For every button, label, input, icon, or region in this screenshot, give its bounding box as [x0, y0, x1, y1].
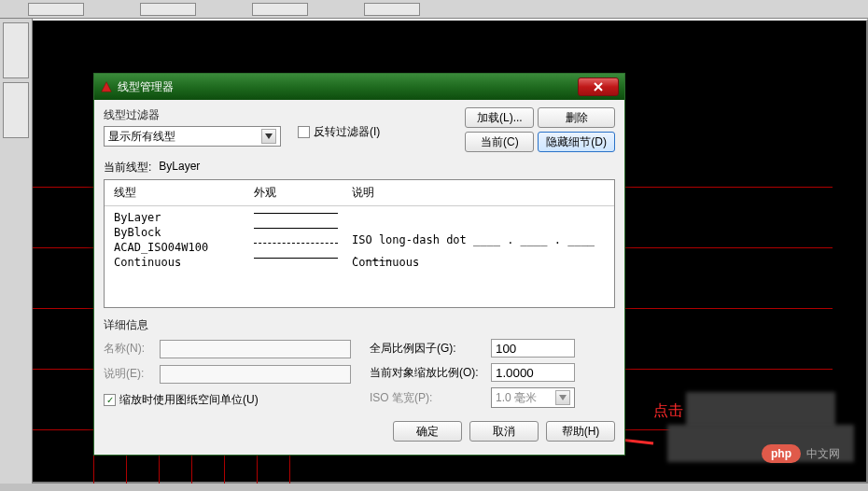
- details-group: 详细信息 名称(N): 说明(E): ✓ 缩放时使用图纸空间单位(U) 全局比例…: [104, 317, 615, 408]
- toolbar-segment: [28, 3, 84, 16]
- hide-detail-button[interactable]: 隐藏细节(D): [538, 132, 615, 152]
- delete-button[interactable]: 删除: [538, 107, 615, 128]
- annotation-text: 点击: [653, 401, 683, 421]
- left-tool-strip: [0, 19, 33, 484]
- dialog-body: 线型过滤器 显示所有线型 反转过滤器(I) 加载(L)... 删除 当前(C) …: [94, 100, 624, 455]
- iso-pen-label: ISO 笔宽(P):: [370, 390, 491, 406]
- list-rows: ByLayer ByBlock ACAD_ISO04W100 ISO long-…: [105, 206, 614, 274]
- toolbar-segment: [252, 3, 308, 16]
- desc-field[interactable]: [160, 365, 351, 384]
- appearance-preview: [254, 258, 338, 269]
- details-title: 详细信息: [104, 317, 615, 333]
- dropdown-text: 显示所有线型: [108, 129, 175, 145]
- filter-dropdown[interactable]: 显示所有线型: [104, 126, 281, 147]
- name-field[interactable]: [160, 340, 351, 358]
- col-name: 线型: [114, 185, 254, 201]
- toolbar-segment: [140, 3, 196, 16]
- paperspace-scale-label: 缩放时使用图纸空间单位(U): [119, 392, 259, 408]
- current-button[interactable]: 当前(C): [465, 132, 534, 152]
- linetype-desc: Continuous: [352, 255, 605, 270]
- iso-pen-value: 1.0 毫米: [496, 390, 537, 406]
- chevron-down-icon: [555, 390, 570, 405]
- list-item[interactable]: ByLayer: [114, 210, 605, 225]
- list-item[interactable]: Continuous Continuous: [114, 255, 605, 270]
- appearance-preview: [254, 213, 338, 224]
- global-scale-field[interactable]: [491, 339, 575, 358]
- col-appearance: 外观: [254, 185, 352, 201]
- close-button[interactable]: [578, 77, 619, 96]
- iso-pen-dropdown[interactable]: 1.0 毫米: [491, 387, 575, 408]
- linetype-manager-dialog: 线型管理器 线型过滤器 显示所有线型 反转过滤器(I) 加载(L)...: [93, 73, 625, 456]
- watermark: php 中文网: [762, 444, 840, 463]
- global-scale-label: 全局比例因子(G):: [370, 341, 491, 357]
- php-badge: php: [762, 444, 801, 463]
- appearance-preview: [254, 243, 338, 254]
- object-scale-field[interactable]: [491, 363, 575, 382]
- app-top-toolbar: [0, 0, 868, 19]
- current-linetype-label: 当前线型:: [104, 160, 151, 175]
- load-button[interactable]: 加载(L)...: [465, 107, 534, 128]
- linetype-name: ByBlock: [114, 225, 254, 240]
- toolbar-segment: [364, 3, 420, 16]
- top-right-buttons: 加载(L)... 删除 当前(C) 隐藏细节(D): [465, 107, 615, 152]
- linetype-name: ACAD_ISO04W100: [114, 240, 254, 255]
- cancel-button[interactable]: 取消: [469, 421, 539, 442]
- dialog-footer: 确定 取消 帮助(H): [104, 421, 615, 447]
- list-item[interactable]: ACAD_ISO04W100 ISO long-dash dot ____ . …: [114, 240, 605, 255]
- app-icon: [100, 80, 113, 93]
- current-linetype-row: 当前线型: ByLayer: [104, 160, 615, 175]
- invert-filter-checkbox-wrap: 反转过滤器(I): [298, 124, 380, 140]
- chevron-down-icon: [261, 129, 276, 144]
- help-button[interactable]: 帮助(H): [546, 421, 615, 442]
- invert-filter-checkbox[interactable]: [298, 126, 310, 138]
- blurred-region: [686, 392, 835, 429]
- dialog-title: 线型管理器: [118, 79, 578, 95]
- tool-slot: [3, 82, 29, 138]
- ok-button[interactable]: 确定: [393, 421, 462, 442]
- tool-slot: [3, 22, 29, 78]
- appearance-preview: [254, 228, 338, 239]
- col-description: 说明: [352, 185, 605, 201]
- paperspace-scale-checkbox[interactable]: ✓: [104, 394, 116, 406]
- current-linetype-value: ByLayer: [159, 160, 200, 175]
- linetype-name: ByLayer: [114, 210, 254, 225]
- object-scale-label: 当前对象缩放比例(O):: [370, 365, 491, 381]
- invert-filter-label: 反转过滤器(I): [314, 124, 380, 140]
- filter-label: 线型过滤器: [104, 107, 281, 123]
- list-header: 线型 外观 说明: [105, 180, 614, 206]
- watermark-text: 中文网: [806, 446, 840, 462]
- filter-row: 线型过滤器 显示所有线型 反转过滤器(I) 加载(L)... 删除 当前(C) …: [104, 107, 615, 152]
- desc-label: 说明(E):: [104, 366, 160, 382]
- close-icon: [593, 81, 604, 92]
- linetype-name: Continuous: [114, 255, 254, 270]
- dialog-title-bar[interactable]: 线型管理器: [94, 74, 624, 100]
- linetype-list[interactable]: 线型 外观 说明 ByLayer ByBlock ACAD_ISO04W100: [104, 179, 615, 308]
- name-label: 名称(N):: [104, 341, 160, 357]
